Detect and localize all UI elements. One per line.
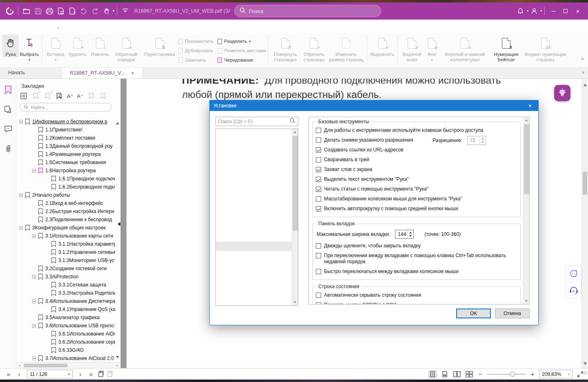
category-item[interactable] bbox=[216, 223, 298, 232]
continuous-view-icon[interactable] bbox=[440, 370, 449, 378]
demote-bookmark-icon[interactable]: ↓ bbox=[99, 92, 107, 100]
search-input[interactable] bbox=[249, 8, 376, 14]
continuous-facing-view-icon[interactable] bbox=[465, 370, 474, 378]
bookmark-item[interactable]: 1.1Приветствие! bbox=[16, 126, 115, 134]
bookmark-item[interactable]: 3.6Использование USB прило: bbox=[16, 322, 115, 330]
checkbox[interactable] bbox=[316, 167, 321, 172]
h-scroll-thumb[interactable] bbox=[24, 364, 68, 367]
checkbox-row[interactable]: Дважды щелкните, чтобы закрыть вкладку bbox=[316, 243, 517, 249]
bates-numbering-button[interactable]: # Нумерация Бейтса bbox=[490, 35, 522, 63]
collapse-node-icon[interactable] bbox=[19, 193, 23, 197]
single-page-view-icon[interactable] bbox=[428, 370, 437, 378]
find-current-bookmark-icon[interactable] bbox=[55, 92, 63, 100]
bookmark-label[interactable]: 3.6.33G/4G bbox=[58, 347, 84, 353]
resize-grip[interactable] bbox=[582, 369, 587, 376]
bookmark-label[interactable]: 3.2Создание гостевой сети bbox=[45, 266, 107, 271]
collapse-bookmarks-icon[interactable]: A⁻ bbox=[77, 93, 84, 99]
page-number-box[interactable]: 11 / 126 bbox=[27, 370, 73, 378]
facing-view-icon[interactable] bbox=[453, 370, 462, 378]
checkbox-row[interactable]: Для работы с инструментами используйте к… bbox=[316, 127, 517, 133]
category-item[interactable] bbox=[216, 129, 298, 138]
menu-item[interactable] bbox=[58, 24, 59, 29]
scroll-down-icon[interactable] bbox=[524, 298, 529, 304]
bookmark-label[interactable]: 3.5Анализатор трафика bbox=[45, 315, 100, 320]
bookmark-label[interactable]: 1.1Приветствие! bbox=[45, 127, 82, 133]
bookmark-item[interactable]: 3.6.2Использование серве bbox=[16, 338, 115, 346]
checkbox[interactable] bbox=[316, 243, 321, 249]
select-tool-button[interactable]: Выбрать bbox=[19, 35, 40, 63]
checkbox-row[interactable]: Быстро переключаться между вкладками кол… bbox=[316, 269, 517, 275]
bookmark-item[interactable]: 3.3AiProtection bbox=[16, 273, 115, 281]
category-item[interactable] bbox=[216, 289, 298, 298]
caret-down-icon[interactable] bbox=[540, 9, 542, 13]
close-button[interactable]: × bbox=[572, 5, 584, 17]
undo-icon[interactable] bbox=[78, 5, 89, 17]
checkbox[interactable] bbox=[316, 177, 321, 182]
menu-item[interactable] bbox=[149, 24, 150, 28]
bookmark-item[interactable]: 1.6.2Беспроводное подклю bbox=[16, 183, 115, 191]
scroll-up-icon[interactable] bbox=[524, 117, 529, 123]
ok-button[interactable]: OK bbox=[456, 309, 491, 318]
bookmark-item[interactable]: 2Начало работы bbox=[16, 191, 115, 199]
hand-tool-icon[interactable] bbox=[101, 5, 112, 17]
page-number-format-button[interactable]: #= Формат нумерации страниц bbox=[522, 35, 568, 62]
menu-item[interactable] bbox=[97, 24, 98, 28]
bookmark-label[interactable]: 2.1Вход в веб-интерфейс bbox=[45, 200, 103, 206]
add-bookmark-icon[interactable]: + bbox=[31, 92, 40, 100]
zoom-out-button[interactable]: − bbox=[477, 371, 484, 378]
menu-item[interactable] bbox=[45, 24, 46, 28]
bookmark-label[interactable]: 3.3.2Настройка Родительск bbox=[58, 290, 115, 296]
menu-item[interactable] bbox=[84, 24, 85, 28]
print-icon[interactable] bbox=[44, 5, 55, 17]
bookmark-label[interactable]: 1Информация о беспроводном р bbox=[32, 119, 107, 124]
watermark-button[interactable]: ⁄⁄ Водяной знак bbox=[400, 35, 424, 63]
checkbox-row[interactable]: Показать кнопку SCROLL LOCK bbox=[316, 302, 517, 304]
bookmark-item[interactable]: 1.4Размещение роутера bbox=[16, 150, 115, 158]
checkbox[interactable] bbox=[316, 147, 321, 153]
category-item[interactable] bbox=[216, 232, 298, 242]
checkbox[interactable] bbox=[316, 187, 321, 192]
bookmark-label[interactable]: 2.2Быстрая настройка Интерн bbox=[45, 209, 114, 214]
checkbox[interactable] bbox=[316, 253, 321, 258]
bookmark-label[interactable]: 1.4Размещение роутера bbox=[45, 151, 101, 157]
interleave-button[interactable]: Чередование bbox=[217, 56, 266, 64]
bookmark-h-scrollbar[interactable]: ‹ › bbox=[16, 362, 120, 368]
replace-pages-button[interactable]: Заменить bbox=[178, 56, 213, 64]
tips-lightbulb-button[interactable] bbox=[554, 85, 570, 101]
bookmark-item[interactable]: 2.2Быстрая настройка Интерн bbox=[16, 207, 115, 215]
bookmark-label[interactable]: 3.6.1Использование AiDisk bbox=[58, 331, 115, 337]
hand-tool-button[interactable]: Рука bbox=[2, 35, 19, 57]
collapse-node-icon[interactable] bbox=[19, 120, 23, 124]
collapse-node-icon[interactable] bbox=[32, 357, 36, 360]
new-page-icon[interactable] bbox=[67, 5, 78, 17]
background-button[interactable]: ◇ Фон bbox=[424, 35, 440, 63]
attachments-panel-icon[interactable] bbox=[3, 143, 13, 154]
bookmark-item[interactable]: 3.1Использование карты сети bbox=[16, 232, 115, 240]
resize-pages-button[interactable]: Изменить размер страниц bbox=[327, 35, 365, 62]
ai-assistant-button[interactable]: AI bbox=[566, 282, 581, 298]
bookmark-label[interactable]: 1.2Комплект поставки bbox=[45, 135, 95, 141]
cancel-button[interactable]: Отмена bbox=[495, 309, 530, 318]
flatten-button[interactable]: ≡ Выровнять bbox=[369, 35, 395, 57]
save-icon[interactable] bbox=[32, 5, 44, 17]
checkbox-row[interactable]: Масштабирование колесиком мыши для инстр… bbox=[316, 196, 517, 202]
bookmark-item[interactable]: 3.4Использование Диспетчера bbox=[16, 297, 115, 305]
menu-item[interactable] bbox=[110, 24, 111, 28]
close-tab-icon[interactable]: × bbox=[131, 68, 134, 78]
split-button[interactable]: Разделить bbox=[217, 37, 266, 45]
category-item[interactable] bbox=[216, 157, 298, 167]
zoom-slider[interactable] bbox=[487, 370, 526, 378]
scroll-thumb[interactable] bbox=[524, 124, 529, 194]
collapse-panel-icon[interactable] bbox=[118, 220, 120, 228]
rotate-pages-button[interactable]: ↺ Повернуть страницы bbox=[270, 35, 300, 63]
bookmark-item[interactable]: 3.1.1Настройка параметро bbox=[16, 240, 115, 248]
menu-item[interactable] bbox=[6, 24, 7, 28]
bookmark-label[interactable]: 1.6Настройка роутера bbox=[45, 168, 96, 173]
scroll-right-icon[interactable]: › bbox=[114, 363, 120, 368]
collapse-node-icon[interactable] bbox=[19, 226, 23, 230]
category-item[interactable] bbox=[216, 204, 298, 213]
checkbox[interactable] bbox=[316, 138, 321, 143]
bookmark-item[interactable]: 3.7Использование AiCloud 2.0 bbox=[16, 354, 115, 362]
collapse-node-icon[interactable] bbox=[32, 169, 36, 173]
checkbox-row[interactable]: При переключении между вкладками с помощ… bbox=[316, 253, 517, 265]
